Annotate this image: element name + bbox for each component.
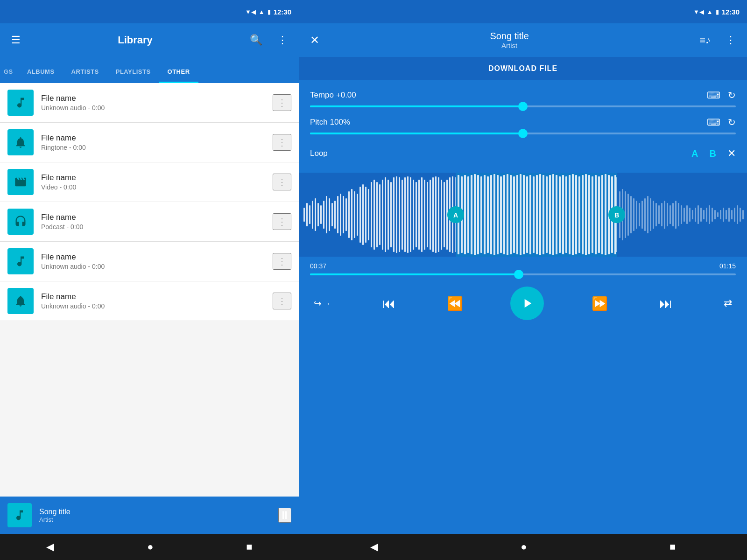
now-playing-bar[interactable]: Song title Artist ⏸ — [0, 497, 299, 534]
list-item[interactable]: File name Podcast - 0:00 ⋮ — [0, 202, 299, 242]
svg-rect-51 — [435, 176, 437, 253]
svg-rect-37 — [396, 176, 397, 253]
pause-button[interactable]: ⏸ — [278, 508, 291, 523]
svg-rect-113 — [636, 201, 637, 229]
queue-music-button[interactable]: ≡♪ — [696, 30, 714, 50]
svg-rect-15 — [334, 201, 336, 229]
pitch-control: Pitch 100% ⌨ ↻ — [310, 117, 736, 134]
svg-rect-95 — [578, 176, 580, 253]
item-sub: Podcast - 0:00 — [41, 223, 265, 231]
right-back-nav-button[interactable]: ◀ — [361, 537, 388, 557]
tempo-keyboard-button[interactable]: ⌨ — [707, 90, 720, 101]
item-more-button[interactable]: ⋮ — [273, 253, 291, 270]
svg-rect-136 — [700, 208, 702, 222]
list-item[interactable]: File name Unknown audio - 0:00 ⋮ — [0, 281, 299, 321]
item-more-button[interactable]: ⋮ — [273, 293, 291, 309]
svg-rect-29 — [374, 180, 375, 250]
svg-rect-11 — [323, 201, 324, 229]
tab-songs[interactable]: GS — [0, 62, 19, 83]
svg-rect-133 — [692, 210, 693, 219]
svg-rect-60 — [464, 175, 466, 254]
svg-rect-6 — [309, 205, 310, 224]
download-file-button[interactable]: DOWNLOAD FILE — [488, 64, 557, 73]
svg-rect-87 — [552, 174, 554, 255]
list-item[interactable]: File name Unknown audio - 0:00 ⋮ — [0, 83, 299, 123]
rewind-button[interactable]: ⏪ — [443, 292, 467, 315]
svg-rect-144 — [723, 208, 724, 222]
ab-repeat-button[interactable]: ↪→ — [310, 294, 335, 313]
svg-rect-67 — [487, 176, 489, 253]
svg-rect-122 — [661, 203, 662, 226]
battery-icon: ▮ — [268, 8, 271, 15]
svg-rect-111 — [630, 196, 632, 233]
right-recent-nav-button[interactable]: ■ — [660, 537, 685, 557]
svg-rect-149 — [737, 205, 738, 224]
menu-button[interactable]: ☰ — [7, 30, 24, 50]
tab-playlists[interactable]: PLAYLISTS — [107, 62, 159, 83]
svg-rect-129 — [681, 205, 682, 224]
svg-rect-65 — [480, 176, 482, 253]
controls-section: Tempo +0.00 ⌨ ↻ Pitch 100% ⌨ ↻ — [299, 80, 747, 173]
loop-b-button[interactable]: B — [710, 148, 716, 159]
list-item[interactable]: File name Video - 0:00 ⋮ — [0, 162, 299, 202]
svg-rect-143 — [720, 210, 721, 219]
svg-rect-21 — [351, 189, 352, 240]
back-nav-button[interactable]: ◀ — [37, 537, 63, 557]
item-more-button[interactable]: ⋮ — [273, 94, 291, 111]
item-info: File name Unknown audio - 0:00 — [41, 94, 265, 112]
item-more-button[interactable]: ⋮ — [273, 174, 291, 190]
close-player-button[interactable]: ✕ — [306, 30, 323, 50]
tempo-slider-track[interactable] — [310, 105, 736, 107]
svg-rect-128 — [678, 203, 679, 226]
progress-track[interactable] — [310, 273, 736, 275]
svg-rect-71 — [500, 176, 502, 253]
item-more-button[interactable]: ⋮ — [273, 134, 291, 151]
loop-close-button[interactable]: ✕ — [727, 147, 736, 160]
svg-rect-24 — [359, 187, 361, 243]
svg-rect-118 — [650, 198, 651, 231]
list-item[interactable]: File name Unknown audio - 0:00 ⋮ — [0, 242, 299, 281]
svg-rect-5 — [306, 203, 308, 226]
pitch-reset-button[interactable]: ↻ — [728, 117, 736, 128]
svg-rect-68 — [490, 175, 492, 254]
more-options-button[interactable]: ⋮ — [274, 30, 291, 50]
bottom-nav-left: ◀ ● ■ — [0, 534, 299, 560]
progress-section: 00:37 01:15 — [299, 257, 747, 281]
recent-nav-button[interactable]: ■ — [237, 537, 261, 557]
list-item[interactable]: File name Ringtone - 0:00 ⋮ — [0, 123, 299, 162]
svg-rect-16 — [337, 196, 338, 233]
item-more-button[interactable]: ⋮ — [273, 213, 291, 230]
svg-rect-137 — [703, 210, 705, 219]
fast-forward-button[interactable]: ⏩ — [588, 292, 612, 315]
app-bar-title: Library — [32, 34, 239, 46]
svg-rect-99 — [592, 176, 593, 253]
skip-next-button[interactable]: ⏭ — [655, 292, 676, 315]
right-home-nav-button[interactable]: ● — [511, 537, 536, 557]
loop-a-button[interactable]: A — [691, 148, 698, 159]
svg-rect-96 — [582, 175, 584, 254]
tab-albums[interactable]: ALBUMS — [19, 62, 63, 83]
svg-rect-54 — [444, 182, 445, 247]
tab-artists[interactable]: ARTISTS — [63, 62, 107, 83]
right-status-bar: ▼◀ ▲ ▮ 12:30 — [299, 0, 747, 23]
right-battery-icon: ▮ — [716, 8, 719, 15]
player-more-button[interactable]: ⋮ — [722, 30, 740, 50]
home-nav-button[interactable]: ● — [138, 537, 162, 557]
pitch-slider-thumb — [518, 129, 528, 138]
waveform-section[interactable]: A B — [299, 173, 747, 257]
tempo-reset-button[interactable]: ↻ — [728, 90, 736, 101]
svg-rect-48 — [427, 182, 428, 247]
skip-previous-button[interactable]: ⏮ — [379, 292, 399, 315]
svg-rect-91 — [565, 176, 567, 253]
tab-other[interactable]: OTHER — [159, 62, 198, 83]
pitch-slider-track[interactable] — [310, 133, 736, 134]
svg-rect-26 — [365, 187, 366, 243]
svg-rect-76 — [516, 175, 518, 254]
search-button[interactable]: 🔍 — [246, 30, 266, 50]
svg-rect-70 — [497, 175, 499, 254]
play-button[interactable] — [510, 287, 544, 320]
svg-rect-45 — [418, 180, 420, 250]
left-panel: ▼◀ ▲ ▮ 12:30 ☰ Library 🔍 ⋮ GS ALBUMS ART… — [0, 0, 299, 560]
shuffle-button[interactable]: ⇄ — [720, 294, 736, 313]
pitch-keyboard-button[interactable]: ⌨ — [707, 117, 720, 128]
